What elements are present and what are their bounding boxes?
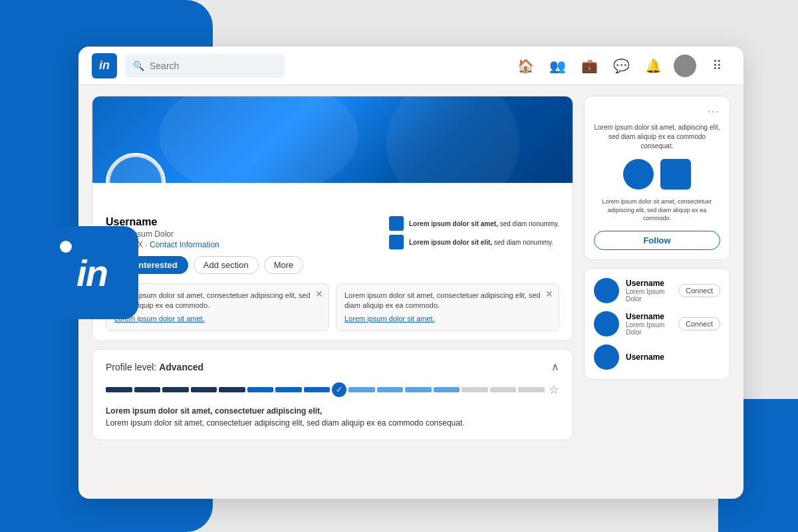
level-value: Advanced bbox=[159, 362, 203, 372]
progress-seg-4 bbox=[191, 387, 217, 392]
chat-icon[interactable]: 💬 bbox=[608, 53, 634, 79]
more-button[interactable]: More bbox=[264, 256, 304, 274]
follow-button[interactable]: Follow bbox=[594, 231, 720, 250]
profile-level-description: Lorem ipsum dolor sit amet, consectetuer… bbox=[106, 405, 559, 429]
ad-card: ··· Lorem ipsum dolor sit amet, adipisci… bbox=[584, 96, 730, 260]
connect-button-2[interactable]: Connect bbox=[678, 317, 720, 331]
briefcase-icon[interactable]: 💼 bbox=[576, 53, 602, 79]
profile-level-header: Profile level: Advanced ∧ bbox=[106, 360, 559, 373]
navbar-icons: 🏠 👥 💼 💬 🔔 ⠿ bbox=[512, 53, 730, 79]
connection-text-1: Username Lorem Ipsum Dolor bbox=[626, 279, 678, 303]
progress-check-icon: ✓ bbox=[332, 382, 346, 397]
progress-seg-12 bbox=[434, 387, 460, 392]
alert-close-2[interactable]: ✕ bbox=[545, 288, 553, 301]
search-icon: 🔍 bbox=[133, 61, 144, 71]
badge-logo-text: in bbox=[76, 251, 107, 295]
connection-text-2: Username Lorem Ipsum Dolor bbox=[626, 312, 678, 336]
profile-area: Username Lorem Ipsum Dolor Cdmx. MX · Co… bbox=[92, 96, 573, 488]
progress-seg-7 bbox=[275, 387, 302, 392]
connection-name-2: Username bbox=[626, 312, 678, 321]
alert-card-1: ✕ Lorem ipsum dolor sit amet, consectetu… bbox=[106, 283, 329, 331]
connection-avatar-2 bbox=[594, 311, 619, 336]
progress-star-icon[interactable]: ☆ bbox=[549, 382, 559, 397]
alert-link-2[interactable]: Lorem ipsum dolor sit amet. bbox=[344, 314, 551, 324]
add-section-button[interactable]: Add section bbox=[194, 256, 259, 274]
profile-subtitle: Lorem Ipsum Dolor bbox=[106, 229, 382, 239]
side-text-1: Lorem ipsum dolor sit amet, sed diam non… bbox=[409, 219, 559, 228]
linkedin-badge: in bbox=[45, 226, 138, 319]
progress-segments: ✓ bbox=[106, 382, 545, 397]
profile-side-items: Lorem ipsum dolor sit amet, sed diam non… bbox=[389, 216, 559, 249]
alert-link-1[interactable]: Lorem ipsum dolor sit amet. bbox=[114, 314, 321, 324]
browser-window: in 🔍 🏠 👥 💼 💬 🔔 ⠿ bbox=[78, 47, 743, 499]
connection-avatar-1 bbox=[594, 278, 619, 303]
progress-seg-5 bbox=[219, 387, 245, 392]
profile-banner bbox=[92, 96, 573, 183]
alert-close-1[interactable]: ✕ bbox=[315, 288, 323, 301]
profile-avatar-container bbox=[92, 183, 573, 216]
navbar: in 🔍 🏠 👥 💼 💬 🔔 ⠿ bbox=[78, 47, 743, 85]
progress-bar-container: ✓ ☆ bbox=[106, 382, 559, 397]
collapse-button[interactable]: ∧ bbox=[551, 360, 559, 373]
progress-seg-6 bbox=[247, 387, 274, 392]
avatar-icon[interactable] bbox=[672, 53, 698, 79]
side-text-2: Lorem ipsum dolor sit elit, sed diam non… bbox=[409, 238, 553, 247]
progress-seg-15 bbox=[518, 387, 545, 392]
profile-card: Username Lorem Ipsum Dolor Cdmx. MX · Co… bbox=[92, 96, 573, 341]
home-icon[interactable]: 🏠 bbox=[512, 53, 539, 79]
connect-button-1[interactable]: Connect bbox=[678, 284, 720, 297]
connection-text-3: Username bbox=[626, 352, 720, 362]
profile-username: Username bbox=[106, 216, 382, 228]
ad-logo-square bbox=[660, 159, 691, 190]
connection-sub-1: Lorem Ipsum Dolor bbox=[626, 288, 678, 303]
profile-level-desc-text: Lorem ipsum dolor sit amet, consectetuer… bbox=[106, 418, 465, 428]
connection-item-3: Username bbox=[594, 344, 720, 370]
connections-card: Username Lorem Ipsum Dolor Connect Usern… bbox=[584, 268, 730, 380]
connection-sub-2: Lorem Ipsum Dolor bbox=[626, 321, 678, 336]
profile-text: Username Lorem Ipsum Dolor Cdmx. MX · Co… bbox=[106, 216, 382, 249]
side-icon-1 bbox=[389, 216, 404, 231]
right-sidebar: ··· Lorem ipsum dolor sit amet, adipisci… bbox=[584, 96, 730, 488]
progress-seg-13 bbox=[462, 387, 488, 392]
profile-location: Cdmx. MX · Contact Information bbox=[106, 240, 382, 249]
alert-card-2: ✕ Lorem ipsum dolor sit amet, consectetu… bbox=[336, 283, 559, 331]
three-dots-icon[interactable]: ··· bbox=[708, 106, 720, 118]
progress-seg-11 bbox=[405, 387, 432, 392]
navbar-logo-text: in bbox=[99, 59, 110, 72]
navbar-logo[interactable]: in bbox=[92, 53, 117, 78]
connection-item-1: Username Lorem Ipsum Dolor Connect bbox=[594, 278, 720, 303]
alert-text-2: Lorem ipsum dolor sit amet, consectetuer… bbox=[344, 291, 541, 309]
search-input[interactable] bbox=[150, 61, 277, 71]
connection-avatar-3 bbox=[594, 344, 619, 370]
contact-link[interactable]: Contact Information bbox=[150, 240, 219, 249]
ad-logo-circle bbox=[623, 159, 654, 190]
ad-card-header: ··· bbox=[594, 106, 720, 118]
profile-level-title: Profile level: Advanced bbox=[106, 362, 203, 372]
search-bar[interactable]: 🔍 bbox=[125, 54, 285, 78]
connection-info-1: Username Lorem Ipsum Dolor bbox=[594, 278, 678, 303]
connection-item-2: Username Lorem Ipsum Dolor Connect bbox=[594, 311, 720, 336]
progress-seg-8 bbox=[304, 387, 331, 392]
progress-seg-9 bbox=[348, 387, 375, 392]
progress-seg-10 bbox=[377, 387, 404, 392]
level-title-text: Profile level: bbox=[106, 362, 156, 372]
people-icon[interactable]: 👥 bbox=[544, 53, 571, 79]
ad-card-top-text: Lorem ipsum dolor sit amet, adipiscing e… bbox=[594, 123, 720, 151]
profile-side-item-1: Lorem ipsum dolor sit amet, sed diam non… bbox=[389, 216, 559, 231]
grid-icon[interactable]: ⠿ bbox=[704, 53, 730, 79]
connection-name-1: Username bbox=[626, 279, 678, 288]
profile-level-card: Profile level: Advanced ∧ bbox=[92, 349, 573, 440]
alert-cards: ✕ Lorem ipsum dolor sit amet, consectetu… bbox=[92, 283, 573, 340]
progress-seg-14 bbox=[490, 387, 517, 392]
alert-text-1: Lorem ipsum dolor sit amet, consectetuer… bbox=[114, 291, 311, 309]
user-avatar bbox=[674, 55, 696, 77]
bell-icon[interactable]: 🔔 bbox=[640, 53, 666, 79]
profile-avatar-inner bbox=[108, 155, 164, 211]
progress-seg-2 bbox=[134, 387, 161, 392]
ad-logos bbox=[594, 159, 720, 190]
profile-info-row: Username Lorem Ipsum Dolor Cdmx. MX · Co… bbox=[92, 216, 573, 256]
connection-info-2: Username Lorem Ipsum Dolor bbox=[594, 311, 678, 336]
progress-seg-3 bbox=[162, 387, 189, 392]
progress-seg-1 bbox=[106, 387, 132, 392]
ad-card-bottom-text: Lorem ipsum dolor sit amet, consectetuer… bbox=[594, 198, 720, 223]
